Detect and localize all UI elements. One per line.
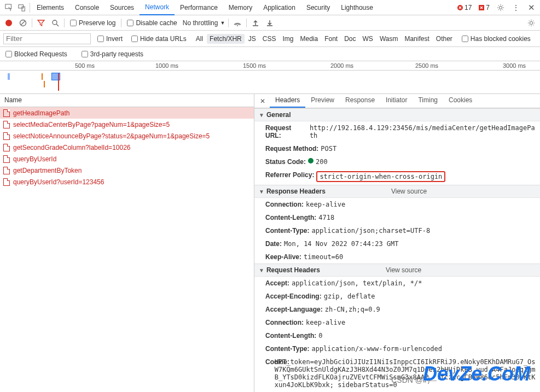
type-filter-all[interactable]: All [193, 34, 206, 44]
preserve-log-checkbox[interactable]: Preserve log [70, 19, 115, 27]
type-filter-css[interactable]: CSS [260, 34, 279, 44]
name-column-header[interactable]: Name [0, 94, 254, 107]
header-value: HPT_token=eyJhbGciOiJIUzI1NiIsInppcCI6Ik… [275, 358, 536, 389]
section-header[interactable]: ▼Response HeadersView source [254, 185, 540, 198]
issues-count[interactable]: 7 [478, 4, 490, 11]
devtools-tab-network[interactable]: Network [140, 0, 175, 15]
devtools-tab-sources[interactable]: Sources [104, 0, 140, 15]
type-filter-img[interactable]: Img [280, 34, 296, 44]
header-value: application/x-www-form-urlencoded [311, 345, 442, 353]
svg-point-10 [237, 25, 238, 26]
type-filter-fetchxhr[interactable]: Fetch/XHR [207, 34, 245, 44]
settings-icon[interactable] [494, 1, 507, 14]
type-filter-ws[interactable]: WS [360, 34, 376, 44]
section-header[interactable]: ▼General [254, 108, 540, 121]
type-filter-other[interactable]: Other [433, 34, 455, 44]
timeline-tick: 1500 ms [243, 62, 266, 69]
devtools-tab-elements[interactable]: Elements [31, 0, 69, 15]
details-tab-preview[interactable]: Preview [305, 94, 340, 108]
filter-input[interactable] [3, 33, 91, 44]
header-key: Connection: [265, 319, 304, 326]
devtools-tab-console[interactable]: Console [69, 0, 104, 15]
devtools-tab-lighthouse[interactable]: Lighthouse [335, 0, 379, 15]
header-entry: Content-Type:application/json;charset=UT… [254, 224, 540, 237]
throttling-select[interactable]: No throttling▼ [183, 19, 225, 27]
type-filter-font[interactable]: Font [322, 34, 340, 44]
clear-icon[interactable] [18, 19, 28, 27]
request-name: selectNoticeAnnounceByPage?status=2&page… [13, 132, 210, 140]
details-tab-headers[interactable]: Headers [270, 94, 305, 108]
request-row[interactable]: queryByUserId?userId=123456 [0, 176, 254, 188]
request-row[interactable]: selectNoticeAnnounceByPage?status=2&page… [0, 130, 254, 142]
timeline[interactable]: 500 ms1000 ms1500 ms2000 ms2500 ms3000 m… [0, 61, 540, 94]
close-icon[interactable]: ✕ [525, 1, 538, 14]
details-tab-response[interactable]: Response [340, 94, 380, 108]
devtools-tab-security[interactable]: Security [301, 0, 335, 15]
has-blocked-checkbox[interactable]: Has blocked cookies [462, 35, 531, 43]
status-dot-icon [308, 158, 313, 163]
record-icon[interactable] [3, 20, 14, 26]
type-filter-wasm[interactable]: Wasm [377, 34, 401, 44]
type-filter-js[interactable]: JS [246, 34, 259, 44]
download-icon[interactable] [264, 19, 275, 27]
device-toggle-icon[interactable] [15, 1, 28, 14]
request-name: queryByUserId?userId=123456 [13, 178, 104, 186]
details-tab-initiator[interactable]: Initiator [380, 94, 413, 108]
header-key: Status Code: [265, 158, 306, 166]
file-icon [3, 121, 10, 128]
header-entry: Request Method:POST [254, 142, 540, 155]
hide-dataurls-checkbox[interactable]: Hide data URLs [131, 35, 187, 43]
type-filter-doc[interactable]: Doc [341, 34, 358, 44]
type-filter-media[interactable]: Media [297, 34, 321, 44]
header-value: Mon, 14 Nov 2022 07:44:23 GMT [284, 240, 399, 248]
request-row[interactable]: queryByUserId [0, 153, 254, 165]
inspect-icon[interactable] [2, 1, 15, 14]
file-icon [3, 132, 10, 140]
request-row[interactable]: getHeadImagePath [0, 107, 254, 119]
header-key: Content-Type: [265, 227, 309, 235]
header-key: Accept-Language: [265, 306, 323, 313]
header-value: timeout=60 [304, 253, 343, 261]
network-conditions-icon[interactable] [232, 19, 243, 27]
request-row[interactable]: getDepartmentByToken [0, 165, 254, 176]
search-icon[interactable] [50, 19, 61, 27]
header-entry: Accept:application/json, text/plain, */* [254, 277, 540, 290]
devtools-tab-memory[interactable]: Memory [223, 0, 258, 15]
blocked-requests-checkbox[interactable]: Blocked Requests [5, 50, 67, 58]
upload-icon[interactable] [250, 19, 261, 27]
request-row[interactable]: getSecondGradeColumn?labelId=10026 [0, 142, 254, 153]
view-source-link[interactable]: View source [391, 188, 427, 195]
section-title: General [266, 111, 291, 119]
request-row[interactable]: selectMediaCenterByPage?pageNum=1&pageSi… [0, 119, 254, 130]
invert-checkbox[interactable]: Invert [97, 35, 123, 43]
header-key: Cookie: [265, 358, 272, 389]
request-name: selectMediaCenterByPage?pageNum=1&pageSi… [13, 121, 170, 128]
header-entry: Keep-Alive:timeout=60 [254, 250, 540, 264]
devtools-tab-application[interactable]: Application [258, 0, 301, 15]
thirdparty-checkbox[interactable]: 3rd-party requests [82, 50, 143, 58]
close-details-icon[interactable]: ✕ [257, 94, 269, 108]
settings-gear-icon[interactable] [526, 19, 537, 27]
type-filter-manifest[interactable]: Manifest [402, 34, 432, 44]
header-entry: Content-Type:application/x-www-form-urle… [254, 342, 540, 355]
header-value: http://192.168.4.129:23456/mis/mediaCent… [310, 124, 536, 139]
header-entry: Accept-Encoding:gzip, deflate [254, 290, 540, 303]
disable-cache-checkbox[interactable]: Disable cache [127, 19, 177, 27]
header-value: POST [321, 145, 336, 153]
header-entry: Content-Length:4718 [254, 211, 540, 224]
kebab-menu-icon[interactable]: ⋮ [509, 1, 522, 14]
devtools-tab-performance[interactable]: Performance [175, 0, 223, 15]
svg-point-8 [53, 20, 57, 25]
details-tab-timing[interactable]: Timing [413, 94, 443, 108]
view-source-link[interactable]: View source [386, 266, 421, 274]
header-key: Connection: [265, 201, 304, 208]
request-list-panel: Name getHeadImagePathselectMediaCenterBy… [0, 94, 254, 392]
section-header[interactable]: ▼Request HeadersView source [254, 264, 540, 277]
header-key: Referrer Policy: [265, 171, 314, 182]
header-entry: Connection:keep-alive [254, 198, 540, 211]
error-count[interactable]: 17 [457, 4, 472, 11]
filter-icon[interactable] [36, 19, 47, 27]
details-tab-cookies[interactable]: Cookies [443, 94, 478, 108]
header-value: keep-alive [306, 319, 345, 326]
header-value: 0 [318, 332, 322, 340]
